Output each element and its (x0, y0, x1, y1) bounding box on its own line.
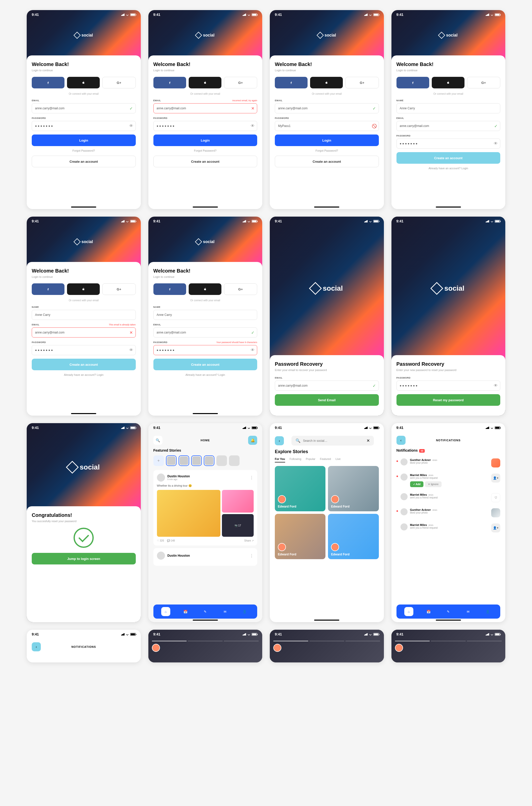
avatar[interactable] (400, 493, 407, 500)
photo-count[interactable]: 📷 17 (222, 514, 254, 537)
add-friend-button[interactable]: ✓ Add (410, 481, 424, 487)
avatar[interactable] (157, 474, 165, 482)
email-input[interactable] (397, 121, 500, 131)
story-author-avatar[interactable] (395, 644, 403, 652)
friend-icon[interactable]: 👤+ (491, 523, 500, 533)
more-icon[interactable]: ⋮ (250, 475, 254, 480)
apple-button[interactable] (310, 77, 343, 89)
has-account-link[interactable]: Already have an account? Login (397, 167, 500, 170)
explore-card[interactable]: Edward Ford (328, 466, 379, 511)
name-input[interactable] (397, 103, 500, 113)
nav-calendar[interactable]: 📅 (424, 607, 433, 616)
email-input[interactable] (275, 103, 379, 113)
email-input[interactable] (32, 103, 136, 113)
google-button[interactable]: G+ (224, 77, 257, 89)
facebook-button[interactable] (32, 77, 64, 89)
notification-item[interactable]: Marriet Miles4minsent you a friend reque… (392, 490, 506, 505)
password-input[interactable] (32, 121, 136, 131)
create-account-button[interactable]: Create an account (153, 156, 258, 167)
nav-compose[interactable]: ✎ (201, 607, 210, 616)
name-input[interactable] (153, 310, 258, 320)
avatar[interactable] (400, 508, 407, 515)
post-photo[interactable] (157, 490, 221, 537)
add-story[interactable]: + (153, 455, 164, 466)
heart-icon[interactable]: ♡ (491, 493, 500, 502)
password-input[interactable] (153, 345, 258, 355)
apple-button[interactable] (67, 77, 100, 89)
post-author[interactable]: Dustin Houston (168, 475, 190, 478)
tab-featured[interactable]: Featured (320, 457, 331, 462)
google-button[interactable]: G+ (345, 77, 379, 89)
story-author-avatar[interactable] (273, 644, 281, 652)
story-item[interactable] (178, 455, 189, 466)
tab-popular[interactable]: Popular (306, 457, 316, 462)
explore-card[interactable]: Edward Ford (328, 514, 379, 559)
google-button[interactable]: G+ (102, 283, 135, 295)
search-button[interactable]: 🔍 (153, 436, 163, 445)
apple-button[interactable] (189, 77, 222, 89)
login-button[interactable]: Login (32, 134, 136, 146)
back-button[interactable]: ‹ (397, 436, 405, 445)
create-account-button[interactable]: Create an account (32, 359, 136, 370)
email-input[interactable] (153, 327, 258, 338)
login-button[interactable]: Login (153, 134, 258, 146)
photo-thumb[interactable] (491, 458, 500, 467)
story-author-avatar[interactable] (152, 644, 160, 652)
story-item[interactable] (204, 455, 214, 466)
clear-icon[interactable]: ✕ (366, 438, 370, 443)
tab-live[interactable]: Live (336, 457, 341, 462)
ignore-button[interactable]: ✕ Ignore (425, 481, 441, 487)
eye-icon[interactable]: 👁 (129, 348, 133, 352)
create-account-button[interactable]: Create an account (153, 359, 258, 370)
tab-for-you[interactable]: For You (275, 457, 285, 462)
create-account-button[interactable]: Create an account (397, 152, 500, 164)
name-input[interactable] (32, 310, 136, 320)
nav-home[interactable]: ⌂ (404, 607, 413, 616)
back-button[interactable]: ‹ (275, 436, 284, 445)
notification-item[interactable]: Marriet Miles4minsent you a friend reque… (392, 471, 506, 490)
create-account-button[interactable]: Create an account (32, 156, 136, 167)
explore-card[interactable]: Edward Ford (275, 466, 325, 511)
notifications-button[interactable]: 🔔 (248, 436, 257, 445)
eye-icon[interactable]: 👁 (494, 384, 498, 388)
post-photo[interactable] (222, 490, 254, 513)
nav-compose[interactable]: ✎ (444, 607, 453, 616)
notification-item[interactable]: Marriet Miles4minsent you a friend reque… (392, 520, 506, 536)
search-input[interactable] (303, 439, 364, 443)
password-input[interactable] (153, 121, 258, 131)
avatar[interactable] (400, 474, 407, 481)
notification-item[interactable]: Gunther Ackner4minliked your photo (392, 455, 506, 471)
create-account-button[interactable]: Create an account (275, 156, 379, 167)
google-button[interactable]: G+ (102, 77, 135, 89)
more-icon[interactable]: ⋮ (250, 553, 254, 558)
facebook-button[interactable] (275, 77, 307, 89)
nav-profile[interactable]: 👤 (240, 607, 249, 616)
avatar[interactable] (400, 458, 407, 465)
eye-icon[interactable]: 👁 (494, 141, 498, 146)
story-item[interactable] (216, 455, 227, 466)
google-button[interactable]: G+ (224, 283, 257, 295)
eye-icon[interactable]: 👁 (251, 348, 255, 352)
story-item[interactable] (166, 455, 176, 466)
send-email-button[interactable]: Send Email (275, 394, 379, 406)
apple-button[interactable] (432, 77, 464, 89)
nav-profile[interactable]: 👤 (483, 607, 492, 616)
google-button[interactable]: G+ (467, 77, 500, 89)
nav-calendar[interactable]: 📅 (181, 607, 190, 616)
password-input[interactable] (32, 345, 136, 355)
nav-home[interactable]: ⌂ (161, 607, 170, 616)
jump-login-button[interactable]: Jump to login screen (32, 553, 136, 564)
tab-following[interactable]: Following (290, 457, 301, 462)
photo-thumb[interactable] (491, 508, 500, 517)
email-input[interactable] (32, 327, 136, 338)
back-button[interactable]: ‹ (32, 642, 41, 651)
facebook-button[interactable] (153, 77, 186, 89)
reset-password-button[interactable]: Reset my password (397, 394, 500, 406)
notification-item[interactable]: Gunther Ackner4minliked your photo (392, 505, 506, 520)
password-input[interactable] (275, 121, 379, 131)
email-input[interactable] (275, 381, 379, 391)
nav-messages[interactable]: ✉ (463, 607, 473, 616)
eye-off-icon[interactable]: 🚫 (372, 124, 376, 128)
password-input[interactable] (397, 138, 500, 149)
likes-count[interactable]: ♡ 326 (157, 539, 164, 542)
